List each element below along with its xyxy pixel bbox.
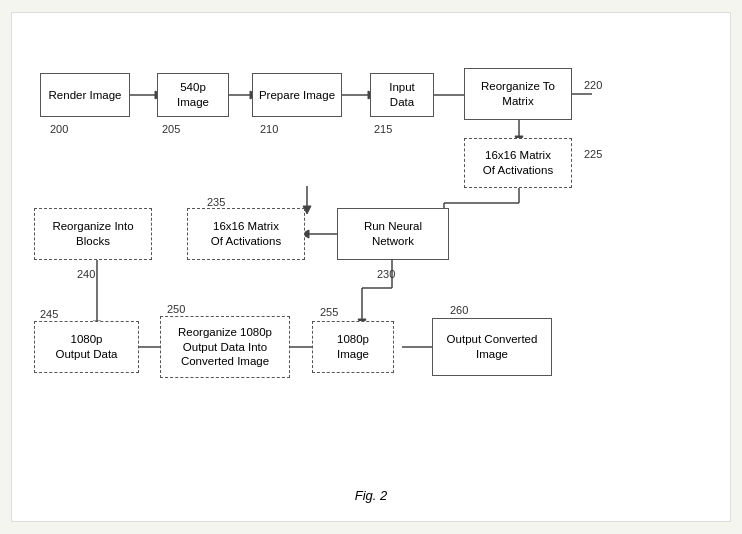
label-240: 240 (77, 268, 95, 280)
label-215: 215 (374, 123, 392, 135)
reorganize-1080p-box: Reorganize 1080pOutput Data IntoConverte… (160, 316, 290, 378)
label-245: 245 (40, 308, 58, 320)
label-205: 205 (162, 123, 180, 135)
label-235: 235 (207, 196, 225, 208)
render-image-box: Render Image (40, 73, 130, 117)
1080p-output-data-box: 1080pOutput Data (34, 321, 139, 373)
label-200: 200 (50, 123, 68, 135)
16x16-matrix-mid-box: 16x16 MatrixOf Activations (187, 208, 305, 260)
label-225: 225 (584, 148, 602, 160)
reorganize-blocks-box: Reorganize IntoBlocks (34, 208, 152, 260)
run-neural-network-box: Run NeuralNetwork (337, 208, 449, 260)
label-255: 255 (320, 306, 338, 318)
label-250: 250 (167, 303, 185, 315)
label-230: 230 (377, 268, 395, 280)
fig-caption: Fig. 2 (355, 488, 388, 503)
16x16-matrix-top-box: 16x16 MatrixOf Activations (464, 138, 572, 188)
reorganize-to-matrix-box: Reorganize ToMatrix (464, 68, 572, 120)
540p-image-box: 540pImage (157, 73, 229, 117)
1080p-image-box: 1080pImage (312, 321, 394, 373)
label-260: 260 (450, 304, 468, 316)
prepare-image-box: Prepare Image (252, 73, 342, 117)
diagram-container: Render Image 540pImage Prepare Image Inp… (11, 12, 731, 522)
output-converted-image-box: Output ConvertedImage (432, 318, 552, 376)
label-210: 210 (260, 123, 278, 135)
label-220: 220 (584, 79, 602, 91)
input-data-box: InputData (370, 73, 434, 117)
